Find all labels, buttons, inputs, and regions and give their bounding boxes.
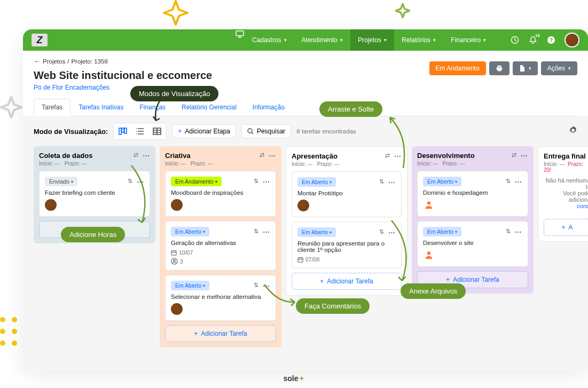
clock-icon[interactable]	[510, 35, 520, 45]
drag-icon[interactable]: ⇄	[260, 152, 264, 160]
sort-icon[interactable]: ⇅	[254, 178, 258, 186]
add-task-button[interactable]: + Adicionar Tarefa	[292, 273, 402, 290]
arrow-icon	[387, 218, 419, 284]
view-kanban-icon[interactable]	[115, 125, 130, 138]
arrow-icon	[262, 282, 299, 308]
task-card[interactable]: Em Aberto⇅⋯ Selecionar e melhorar altern…	[165, 275, 276, 321]
more-icon[interactable]: ⋯	[515, 178, 522, 186]
breadcrumb-current: Projeto: 1358	[71, 58, 107, 65]
more-icon[interactable]: ⋯	[521, 152, 528, 160]
task-count: 8 tarefas encontradas	[296, 128, 356, 134]
view-list-icon[interactable]	[132, 125, 147, 138]
arrow-icon	[387, 115, 419, 173]
sort-icon[interactable]: ⇅	[379, 178, 384, 186]
task-card[interactable]: Em Aberto⇅⋯ Montar Protótipo	[292, 171, 402, 217]
sort-icon[interactable]: ⇅	[254, 282, 258, 290]
sort-icon[interactable]: ⇅	[506, 228, 511, 236]
status-badge[interactable]: Em Aberto	[297, 177, 336, 187]
status-badge[interactable]: Em Aberto	[297, 227, 336, 237]
assignee-avatar[interactable]	[171, 303, 183, 315]
board-area: Modo de Visualização: +Adicionar Etapa P…	[23, 116, 588, 371]
view-mode-switcher	[113, 123, 167, 140]
svg-rect-6	[124, 128, 127, 133]
nav-projetos[interactable]: Projetos	[350, 29, 394, 51]
task-title: Desenvolver o site	[423, 240, 522, 246]
status-badge[interactable]: Em Aberto	[423, 227, 461, 236]
status-badge[interactable]: Em Andamento	[171, 177, 222, 186]
tab-informacao[interactable]: Informação	[245, 99, 293, 116]
drag-icon[interactable]: ⇄	[512, 152, 516, 160]
add-stage-button[interactable]: +Adicionar Etapa	[172, 124, 236, 138]
nav-menu: Cadastros Atendimento Projetos Relatório…	[235, 29, 493, 51]
task-date: 07/08	[297, 256, 396, 263]
add-task-button[interactable]: + Adicionar Tarefa	[165, 325, 276, 342]
task-title: Geração de alternativas	[171, 240, 270, 246]
annotation-view-modes: Modos de Visualização	[130, 86, 218, 101]
bell-icon[interactable]: 16	[528, 35, 538, 45]
assignee-avatar[interactable]	[297, 200, 309, 211]
status-badge[interactable]: Enviado	[45, 177, 77, 186]
back-arrow[interactable]: ←	[34, 57, 41, 65]
assignee-avatar[interactable]	[423, 249, 435, 261]
drag-icon[interactable]: ⇄	[134, 152, 138, 160]
display-icon[interactable]	[235, 29, 245, 39]
task-card[interactable]: Em Andamento⇅⋯ Moodboard de inspirações	[165, 171, 276, 217]
svg-point-13	[427, 201, 430, 204]
svg-rect-9	[171, 250, 176, 255]
assignee-avatar[interactable]	[171, 199, 183, 211]
document-button[interactable]	[513, 61, 538, 75]
acoes-button[interactable]: Ações	[541, 61, 577, 75]
svg-rect-0	[236, 31, 244, 36]
view-mode-label: Modo de Visualização:	[34, 128, 108, 136]
search-button[interactable]: Pesquisar	[241, 124, 291, 138]
task-card[interactable]: Em Aberto⇅⋯ Dominio e hospedagem	[417, 171, 528, 217]
view-table-icon[interactable]	[150, 125, 164, 138]
status-badge[interactable]: Em Aberto	[171, 281, 209, 290]
task-card[interactable]: Em Aberto⇅⋯ Desenvolver o site	[417, 221, 528, 267]
nav-financeiro[interactable]: Financeiro	[443, 29, 493, 51]
gear-icon[interactable]	[569, 126, 577, 137]
more-icon[interactable]: ⋯	[269, 152, 276, 160]
sort-icon[interactable]: ⇅	[506, 178, 511, 186]
more-icon[interactable]: ⋯	[263, 178, 270, 186]
assignee-avatar[interactable]	[423, 199, 435, 211]
task-card[interactable]: Em Aberto⇅⋯ Geração de alternativas 10/0…	[165, 221, 276, 271]
project-title: Web Site institucional e eccomerce	[34, 69, 212, 82]
nav-relatorios[interactable]: Relatórios	[394, 29, 443, 51]
status-button[interactable]: Em Andamento	[429, 61, 486, 75]
assignee-avatar[interactable]	[45, 199, 57, 211]
more-icon[interactable]: ⋯	[515, 228, 522, 236]
more-icon[interactable]: ⋯	[263, 228, 270, 236]
task-title: Reunião para apresentar para o cliente 1…	[297, 240, 396, 253]
app-logo[interactable]: Z	[32, 34, 48, 46]
app-window: Z Cadastros Atendimento Projetos Relatór…	[23, 29, 588, 371]
nav-atendimento[interactable]: Atendimento	[294, 29, 350, 51]
more-icon[interactable]: ⋯	[143, 152, 150, 160]
add-task-button[interactable]: + A	[544, 219, 588, 236]
nav-cadastros[interactable]: Cadastros	[245, 29, 294, 51]
user-avatar[interactable]	[565, 33, 579, 47]
top-bar: Z Cadastros Atendimento Projetos Relatór…	[23, 29, 588, 51]
toolbar: Modo de Visualização: +Adicionar Etapa P…	[34, 123, 577, 140]
sparkle-icon	[0, 96, 22, 118]
column-title: Apresentação	[292, 152, 338, 160]
status-badge[interactable]: Em Aberto	[171, 227, 209, 236]
sort-icon[interactable]: ⇅	[254, 228, 258, 236]
tab-inativas[interactable]: Tarefas Inativas	[70, 99, 131, 116]
task-title: Montar Protótipo	[297, 190, 396, 196]
sort-icon[interactable]: ⇅	[379, 228, 384, 236]
task-card[interactable]: Em Aberto⇅⋯ Reunião para apresentar para…	[292, 221, 402, 268]
svg-rect-5	[122, 128, 124, 132]
breadcrumb-parent[interactable]: Projetos	[43, 58, 65, 65]
column-entrega: Entrega final Início: --- Prazo: 20/ Não…	[538, 146, 588, 242]
tab-tarefas[interactable]: Tarefas	[34, 99, 70, 116]
notif-count: 16	[535, 33, 540, 38]
status-badge[interactable]: Em Aberto	[423, 177, 461, 186]
sparkle-icon	[163, 0, 189, 26]
svg-point-14	[427, 251, 430, 255]
more-icon[interactable]: ⋯	[388, 178, 396, 186]
annotation-attach-files: Anexe Arquivos	[401, 283, 466, 299]
column-title: Coleta de dados	[39, 152, 92, 160]
help-icon[interactable]: ?	[546, 35, 556, 45]
print-button[interactable]	[489, 61, 509, 75]
